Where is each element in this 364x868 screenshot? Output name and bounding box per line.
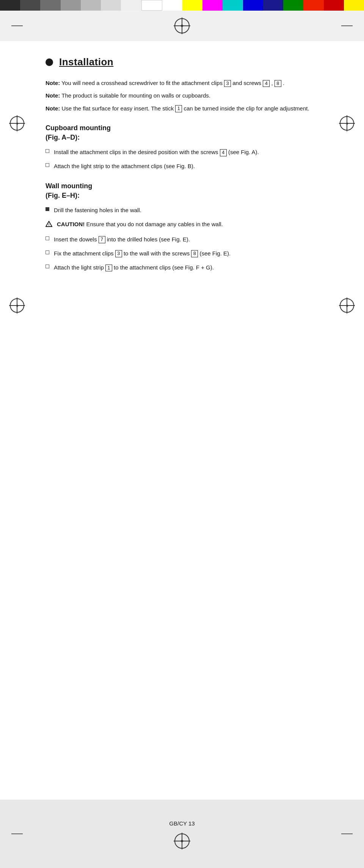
left-reg-mark-lower (11, 299, 24, 312)
wall-heading-line1: Wall mounting (46, 182, 92, 190)
margin-mark-left (11, 25, 23, 26)
square-marker-icon (46, 250, 49, 254)
section-heading: Installation (46, 56, 318, 68)
square-marker-icon (46, 236, 49, 240)
wall-item-4-text: Fix the attachment clips 3 to the wall w… (54, 249, 231, 258)
cupboard-heading-line2: (Fig. A–D): (46, 134, 80, 141)
footer-reg-mark (175, 834, 189, 848)
list-item: Insert the dowels 7 into the drilled hol… (46, 235, 318, 244)
swatch-darkred (324, 0, 344, 11)
note-1-text: You will need a crosshead screwdriver to… (61, 80, 224, 86)
note-3: Note: Use the flat surface for easy inse… (46, 104, 318, 113)
note-2-label: Note: (46, 92, 60, 99)
wall-list: Drill the fastening holes in the wall. !… (46, 206, 318, 272)
swatch-green (283, 0, 303, 11)
swatch-darkblue (263, 0, 283, 11)
swatch-5 (81, 0, 101, 11)
cupboard-heading-line1: Cupboard mounting (46, 124, 111, 132)
page-content: Installation Note: You will need a cross… (0, 41, 364, 292)
cupboard-heading: Cupboard mounting (Fig. A–D): (46, 123, 318, 142)
wall-heading-line2: (Fig. E–H): (46, 192, 80, 199)
caution-triangle-icon: ! (46, 221, 52, 227)
swatch-yellow (182, 0, 202, 11)
left-reg-mark-mid (11, 117, 24, 130)
cup-item-1-text: Install the attachment clips in the desi… (54, 148, 259, 156)
square-marker-icon (46, 149, 49, 153)
registration-area-top (0, 11, 364, 41)
swatch-6 (101, 0, 121, 11)
wall-heading: Wall mounting (Fig. E–H): (46, 181, 318, 200)
list-item: Install the attachment clips in the desi… (46, 148, 318, 156)
right-reg-mark-lower (340, 299, 353, 312)
square-marker-icon (46, 163, 49, 167)
footer-area: GB/CY 13 (0, 800, 364, 868)
note-1-label: Note: (46, 80, 60, 86)
square-marker-icon (46, 265, 49, 268)
wall-item-5-text: Attach the light strip 1 to the attachme… (54, 263, 214, 272)
note-1: Note: You will need a crosshead screwdri… (46, 79, 318, 87)
swatch-8 (141, 0, 162, 11)
footer-left-mark (11, 833, 23, 834)
box-7: 7 (99, 236, 105, 243)
wall-item-3-text: Insert the dowels 7 into the drilled hol… (54, 235, 190, 244)
box-8a: 8 (275, 80, 281, 87)
caution-label: CAUTION! (57, 221, 85, 227)
box-4a: 4 (263, 80, 270, 87)
wall-item-1-text: Drill the fastening holes in the wall. (54, 206, 141, 214)
swatch-red (303, 0, 323, 11)
swatch-blue (243, 0, 263, 11)
list-item: ! CAUTION! Ensure that you do not damage… (46, 220, 318, 229)
footer-right-mark (341, 833, 353, 834)
cupboard-list: Install the attachment clips in the desi… (46, 148, 318, 171)
footer-text: GB/CY 13 (169, 820, 195, 827)
list-item: Drill the fastening holes in the wall. (46, 206, 318, 214)
cup-item-2-text: Attach the light strip to the attachment… (54, 162, 195, 170)
box-8b: 8 (191, 250, 198, 257)
box-3: 3 (224, 80, 231, 87)
box-1b: 1 (105, 265, 112, 272)
note-2-text: The product is suitable for mounting on … (61, 92, 210, 99)
note-3-text: Use the flat surface for easy insert. Th… (62, 105, 176, 112)
note-1-period: . (283, 80, 284, 86)
box-3b: 3 (115, 250, 122, 257)
wall-item-2-text: CAUTION! Ensure that you do not damage a… (57, 220, 223, 228)
page-title: Installation (59, 56, 113, 68)
box-1a: 1 (175, 105, 182, 112)
list-item: Fix the attachment clips 3 to the wall w… (46, 249, 318, 258)
note-3-label: Note: (46, 105, 60, 112)
note-1-comma: , (271, 80, 274, 86)
swatch-7 (121, 0, 141, 11)
list-item: Attach the light strip 1 to the attachme… (46, 263, 318, 272)
swatch-3 (40, 0, 60, 11)
box-4b: 4 (220, 149, 227, 156)
swatch-magenta (202, 0, 223, 11)
margin-mark-right (341, 25, 353, 26)
color-bar (0, 0, 364, 11)
filled-square-marker-icon (46, 207, 49, 211)
swatch-2 (20, 0, 40, 11)
swatch-cyan (223, 0, 243, 11)
svg-text:!: ! (49, 223, 50, 227)
list-item: Attach the light strip to the attachment… (46, 162, 318, 170)
swatch-gap (162, 0, 182, 11)
swatch-yellow2 (344, 0, 364, 11)
note-3-rest: can be turned inside the clip for angle … (184, 105, 309, 112)
bullet-icon (46, 58, 53, 66)
registration-mark-top (175, 19, 189, 33)
right-reg-mark-mid (340, 117, 353, 130)
swatch-4 (61, 0, 81, 11)
note-2: Note: The product is suitable for mounti… (46, 91, 318, 100)
swatch-1 (0, 0, 20, 11)
note-1-and: and screws (232, 80, 263, 86)
